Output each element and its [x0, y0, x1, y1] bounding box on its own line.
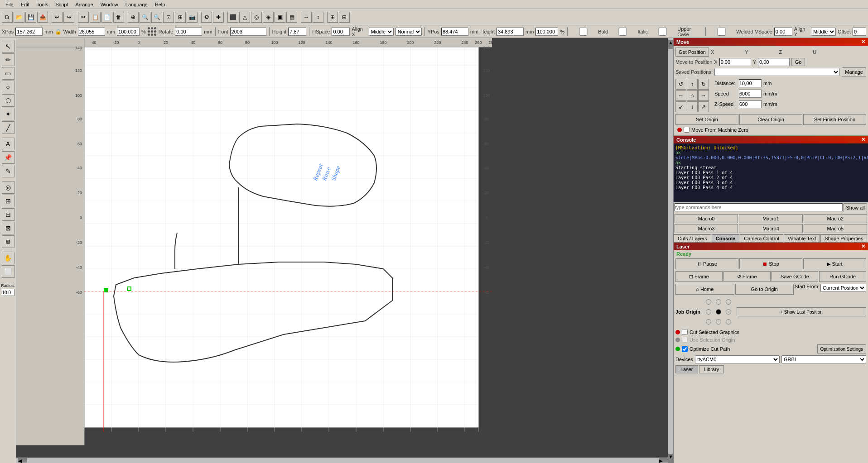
set-finish-button[interactable]: Set Finish Position — [803, 114, 866, 125]
bold-checkbox[interactable] — [570, 28, 596, 36]
dir-up[interactable]: ↑ — [687, 79, 698, 90]
dir-ccw[interactable]: ↺ — [675, 79, 686, 90]
show-all-button[interactable]: Show all — [844, 203, 867, 212]
console-input[interactable] — [675, 203, 843, 211]
boolean-tool[interactable]: ◎ — [2, 181, 14, 194]
origin-tl[interactable] — [704, 297, 713, 306]
grid-align-icon[interactable] — [148, 27, 157, 36]
line-tool[interactable]: ╱ — [2, 121, 14, 134]
macro3-button[interactable]: Macro3 — [675, 224, 738, 233]
welded-checkbox[interactable] — [709, 28, 734, 36]
scroll-up[interactable]: ▲ — [668, 40, 673, 49]
save-gcode-button[interactable]: Save GCode — [772, 271, 819, 282]
aligny-select[interactable]: Middle — [811, 28, 836, 36]
manage-button[interactable]: Manage — [842, 67, 866, 76]
export-button[interactable]: 📤 — [37, 12, 48, 23]
offset-input[interactable] — [853, 28, 866, 36]
macro5-button[interactable]: Macro5 — [804, 224, 867, 233]
stop-button[interactable]: ⏹ Stop — [739, 258, 802, 269]
xpos-input[interactable] — [15, 28, 43, 36]
tool2-button[interactable]: ✚ — [213, 12, 224, 23]
dir-right[interactable]: → — [698, 90, 709, 101]
distance-input[interactable] — [739, 79, 762, 87]
height-input[interactable] — [497, 28, 524, 36]
hspace-input[interactable] — [332, 28, 350, 36]
go-to-origin-button[interactable]: Go to Origin — [735, 284, 794, 295]
laser-close[interactable]: ✕ — [861, 243, 865, 249]
move-zero-checkbox[interactable] — [684, 127, 690, 133]
scroll-left[interactable]: ◀ — [18, 458, 27, 463]
controller-select[interactable]: GRBL — [781, 355, 866, 363]
set-origin-button[interactable]: Set Origin — [675, 114, 738, 125]
dir-cw[interactable]: ↻ — [698, 79, 709, 90]
lock-icon[interactable]: 🔒 — [55, 29, 62, 35]
get-position-button[interactable]: Get Position — [675, 48, 709, 57]
hand-tool[interactable]: ✋ — [2, 252, 14, 264]
dir-down[interactable]: ↓ — [687, 101, 698, 112]
save-button[interactable]: 💾 — [25, 12, 36, 23]
show-last-position-button[interactable]: + Show Last Position — [737, 307, 866, 316]
origin-mc[interactable] — [714, 307, 723, 316]
font-input[interactable] — [230, 28, 266, 36]
copy-button[interactable]: 📋 — [90, 12, 101, 23]
align-button[interactable]: ⬛ — [227, 12, 238, 23]
go-button[interactable]: Go — [791, 58, 805, 66]
macro1-button[interactable]: Macro1 — [739, 214, 802, 223]
text-tool[interactable]: A — [2, 138, 14, 150]
draw-tool[interactable]: ✏ — [2, 53, 14, 66]
tool3-button[interactable]: ⊞ — [327, 12, 338, 23]
boolean-button[interactable]: ◎ — [251, 12, 262, 23]
tab-console[interactable]: Console — [712, 234, 739, 242]
run-gcode-button[interactable]: Run GCode — [819, 271, 866, 282]
node-button[interactable]: ⊕ — [128, 12, 139, 23]
move-x-input[interactable] — [719, 58, 751, 66]
width-input[interactable] — [78, 28, 105, 36]
font-height-input[interactable] — [288, 28, 306, 36]
macro2-button[interactable]: Macro2 — [804, 214, 867, 223]
tab-shape-props[interactable]: Shape Properties — [820, 234, 867, 242]
origin-bc[interactable] — [714, 317, 723, 326]
weld-tool[interactable]: ⊠ — [2, 222, 14, 234]
radius-input[interactable] — [2, 289, 14, 296]
undo-button[interactable]: ↩ — [52, 12, 63, 23]
start-button[interactable]: ▶ Start — [803, 258, 866, 269]
style-select[interactable]: Normal — [395, 28, 422, 36]
menu-window[interactable]: Window — [97, 2, 122, 7]
paste-button[interactable]: 📄 — [101, 12, 112, 23]
menu-language[interactable]: Language — [122, 2, 151, 7]
italic-checkbox[interactable] — [610, 28, 636, 36]
group-button[interactable]: ▣ — [275, 12, 285, 23]
vspace-input[interactable] — [774, 28, 792, 36]
origin-tr[interactable] — [724, 297, 733, 306]
frame2-button[interactable]: ↺ Frame — [723, 271, 771, 282]
scroll-down[interactable]: ▼ — [668, 454, 673, 463]
rect-tool[interactable]: ▭ — [2, 67, 14, 80]
trace-button[interactable]: △ — [239, 12, 250, 23]
main-canvas[interactable]: -40 -20 0 20 40 60 80 100 120 140 160 18… — [16, 38, 492, 445]
weld-button[interactable]: ◈ — [263, 12, 274, 23]
dir-home[interactable]: ⌂ — [687, 90, 698, 101]
pencil-tool[interactable]: ✎ — [2, 165, 14, 177]
use-selection-checkbox[interactable] — [682, 337, 688, 343]
optimization-settings-button[interactable]: Optimization Settings — [817, 344, 867, 353]
frame1-button[interactable]: ⊡ Frame — [675, 271, 723, 282]
move-panel-close[interactable]: ✕ — [861, 39, 865, 45]
origin-tc[interactable] — [714, 297, 723, 306]
dir-left[interactable]: ← — [675, 90, 686, 101]
settings-button[interactable]: ⚙ — [201, 12, 212, 23]
dir-z-down[interactable]: ↙ — [675, 101, 686, 112]
polygon-tool[interactable]: ⬡ — [2, 94, 14, 107]
optimize-checkbox[interactable] — [682, 346, 688, 352]
speed-input[interactable] — [739, 90, 762, 98]
dir-z-up[interactable]: ↗ — [698, 101, 709, 112]
zoom-out-button[interactable]: 🔍 — [151, 12, 162, 23]
tool4-button[interactable]: ⊟ — [339, 12, 350, 23]
origin-br[interactable] — [724, 317, 733, 326]
tab-variable-text[interactable]: Variable Text — [784, 234, 820, 242]
origin-bl[interactable] — [704, 317, 713, 326]
macro0-button[interactable]: Macro0 — [675, 214, 738, 223]
tab-cuts-layers[interactable]: Cuts / Layers — [674, 234, 711, 242]
laser-tab[interactable]: Laser — [675, 365, 698, 373]
new-button[interactable]: 🗋 — [2, 12, 13, 23]
camera-button[interactable]: 📷 — [187, 12, 198, 23]
